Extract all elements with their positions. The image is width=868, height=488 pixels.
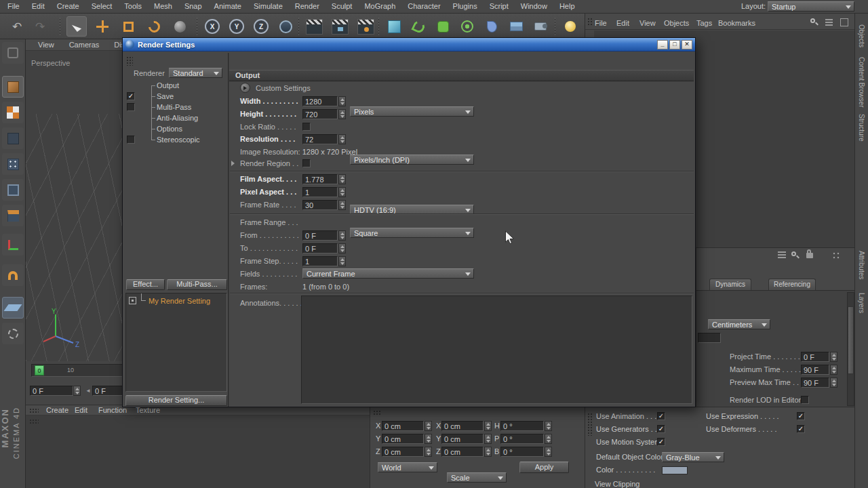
viewport-menu-cameras[interactable]: Cameras — [69, 39, 100, 50]
current-frame-field[interactable]: 0 F — [30, 386, 73, 396]
menu-tools[interactable]: Tools — [118, 0, 148, 13]
render-setting-button[interactable]: Render Setting... — [125, 395, 227, 406]
menu-window[interactable]: Window — [515, 0, 553, 13]
om-menu-tags[interactable]: Tags — [696, 18, 712, 28]
tree-item-antialiasing[interactable]: Anti-Aliasing — [157, 113, 198, 123]
history-icon[interactable] — [778, 251, 786, 259]
rot-h-field[interactable]: 0 ° — [500, 421, 544, 431]
scale-mode-dropdown[interactable]: Scale — [447, 472, 507, 483]
menu-snap[interactable]: Snap — [178, 0, 208, 13]
menu-plugins[interactable]: Plugins — [447, 0, 484, 13]
search-icon[interactable] — [810, 18, 818, 26]
film-aspect-field[interactable]: 1.778 — [302, 174, 338, 184]
dock-tab-structure[interactable]: Structure — [858, 114, 865, 142]
material-manager-area[interactable] — [26, 415, 370, 488]
rot-b-stepper[interactable] — [545, 447, 552, 457]
add-deformer-button[interactable] — [481, 16, 502, 37]
tab-referencing[interactable]: Referencing — [768, 279, 816, 290]
tree-item-options[interactable]: Options — [157, 124, 182, 134]
lock-z-axis-button[interactable]: Z — [251, 16, 271, 37]
panel-grip[interactable] — [29, 419, 39, 424]
to-stepper[interactable] — [338, 243, 346, 253]
size-z-stepper[interactable] — [484, 447, 492, 457]
size-x-stepper[interactable] — [484, 421, 492, 431]
resolution-field[interactable]: 72 — [302, 134, 338, 144]
timeline-playhead[interactable]: 0 — [35, 365, 44, 375]
menu-edit[interactable]: Edit — [26, 0, 51, 13]
annotations-box[interactable] — [301, 296, 692, 404]
film-aspect-stepper[interactable] — [338, 174, 346, 184]
live-selection-tool[interactable] — [66, 16, 87, 37]
effect-button[interactable]: Effect... — [126, 279, 165, 290]
from-stepper[interactable] — [338, 230, 346, 241]
pos-x-stepper[interactable] — [425, 421, 432, 431]
point-mode-button[interactable] — [2, 153, 24, 175]
menu-simulate[interactable]: Simulate — [248, 0, 289, 13]
magnet-tool-button[interactable] — [2, 264, 24, 286]
pos-y-field[interactable]: 0 cm — [382, 434, 424, 444]
render-settings-list[interactable]: My Render Setting — [125, 293, 227, 392]
range-start-icon[interactable]: ◄ — [85, 388, 91, 394]
preview-max-time-field[interactable]: 90 F — [801, 378, 829, 388]
pos-z-field[interactable]: 0 cm — [382, 447, 424, 457]
size-y-stepper[interactable] — [484, 434, 492, 444]
om-menu-file[interactable]: File — [595, 18, 607, 28]
om-menu-edit[interactable]: Edit — [616, 18, 629, 28]
menu-script[interactable]: Script — [484, 0, 515, 13]
coordinate-space-dropdown[interactable]: World — [378, 462, 437, 472]
width-field[interactable]: 1280 — [302, 96, 338, 106]
preview-max-time-stepper[interactable] — [830, 378, 837, 388]
menu-mograph[interactable]: MoGraph — [358, 0, 401, 13]
tree-item-output[interactable]: Output — [157, 81, 179, 91]
scrollbar-thumb[interactable] — [848, 306, 854, 374]
size-y-field[interactable]: 0 cm — [441, 434, 484, 444]
menu-file[interactable]: File — [1, 0, 26, 13]
layout-dropdown[interactable]: Startup — [768, 1, 854, 12]
panel-grip[interactable] — [126, 56, 133, 66]
simulation-button[interactable] — [457, 16, 477, 37]
menu-render[interactable]: Render — [289, 0, 326, 13]
menu-dots-icon[interactable] — [832, 251, 840, 260]
material-menu-edit[interactable]: Edit — [75, 405, 87, 415]
polygon-mode-button[interactable] — [2, 205, 24, 226]
my-render-setting-item[interactable]: My Render Setting — [149, 296, 210, 306]
width-unit-dropdown[interactable]: Pixels — [350, 106, 474, 117]
add-camera-button[interactable] — [530, 16, 551, 37]
panel-grip[interactable] — [29, 408, 39, 413]
menu-select[interactable]: Select — [85, 0, 119, 13]
project-time-stepper[interactable] — [830, 352, 837, 362]
redo-button[interactable]: ↷ — [30, 16, 50, 37]
menu-character[interactable]: Character — [401, 0, 446, 13]
scale-tool[interactable] — [118, 16, 138, 37]
dock-tab-attributes[interactable]: Attributes — [858, 251, 865, 279]
add-primitive-button[interactable] — [384, 16, 404, 37]
om-menu-bookmarks[interactable]: Bookmarks — [718, 18, 755, 28]
undo-button[interactable]: ↶ — [7, 16, 27, 37]
frame-rate-stepper[interactable] — [338, 200, 346, 210]
resolution-unit-dropdown[interactable]: Pixels/Inch (DPI) — [350, 155, 474, 165]
maximum-time-stepper[interactable] — [830, 365, 837, 375]
material-menu-create[interactable]: Create — [46, 405, 68, 415]
size-x-field[interactable]: 0 cm — [441, 421, 484, 431]
panel-grip[interactable] — [587, 18, 593, 26]
use-animation-checkbox[interactable]: ✓ — [657, 412, 665, 420]
custom-settings-expander[interactable] — [240, 83, 250, 93]
pos-y-stepper[interactable] — [425, 434, 432, 444]
object-color-swatch[interactable] — [662, 466, 688, 474]
multipass-button[interactable]: Multi-Pass... — [167, 279, 227, 290]
rot-b-field[interactable]: 0 ° — [500, 447, 544, 457]
dialog-titlebar[interactable]: Render Settings _ □ ✕ — [123, 38, 695, 52]
height-stepper[interactable] — [338, 109, 346, 119]
dock-tab-content-browser[interactable]: Content Browser — [858, 57, 865, 107]
layers-icon[interactable] — [825, 19, 833, 26]
pos-x-field[interactable]: 0 cm — [382, 421, 424, 431]
use-expression-checkbox[interactable]: ✓ — [797, 412, 805, 420]
units-dropdown[interactable]: Centimeters — [708, 319, 770, 329]
rot-p-stepper[interactable] — [545, 434, 552, 444]
add-environment-button[interactable] — [506, 16, 526, 37]
apply-button[interactable]: Apply — [519, 462, 569, 473]
snap-settings-button[interactable] — [2, 323, 24, 344]
render-lod-checkbox[interactable] — [801, 396, 809, 404]
maximize-button[interactable]: □ — [669, 40, 680, 49]
render-view-button[interactable] — [304, 16, 324, 37]
